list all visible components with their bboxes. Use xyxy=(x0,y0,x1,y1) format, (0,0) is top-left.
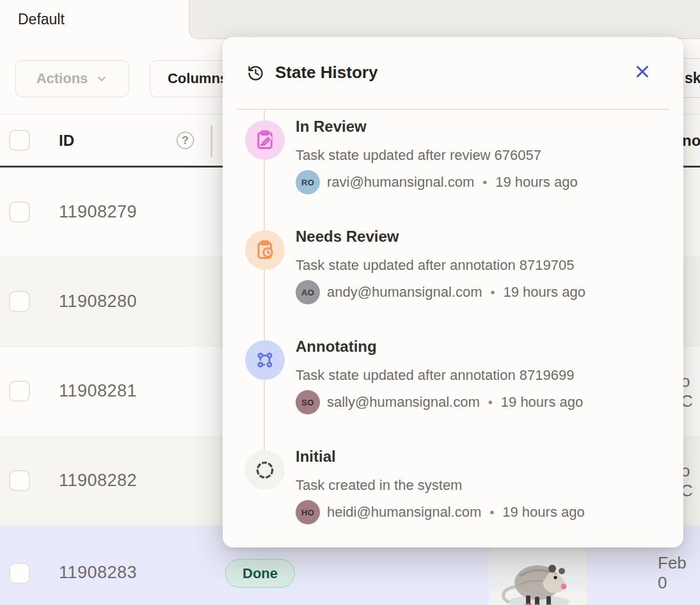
state-title: Initial xyxy=(296,448,336,466)
tab-default[interactable]: Default xyxy=(0,0,189,39)
row-checkbox[interactable] xyxy=(9,563,30,584)
state-title: Annotating xyxy=(296,338,377,356)
help-icon[interactable]: ? xyxy=(177,132,194,149)
select-all-checkbox[interactable] xyxy=(9,130,30,151)
clipboard-edit-icon xyxy=(245,120,285,160)
meta-separator: • xyxy=(488,505,495,520)
tab-default-label: Default xyxy=(18,11,65,28)
status-badge: Done xyxy=(225,559,295,588)
columns-button-label: Columns xyxy=(168,70,228,87)
column-header-fragment: no xyxy=(682,114,700,166)
task-id: 11908282 xyxy=(59,436,137,525)
state-description: Task state updated after annotation 8719… xyxy=(296,367,574,384)
avatar: SO xyxy=(296,390,320,414)
timestamp: 19 hours ago xyxy=(502,504,584,521)
modal-header: State History xyxy=(223,37,683,109)
timeline-entry: Initial Task created in the system HO he… xyxy=(223,450,683,553)
data-manager-screen: Default Actions Columns sk ID ? no 11908… xyxy=(0,0,700,605)
modal-header-divider xyxy=(237,109,669,110)
meta-separator: • xyxy=(489,285,496,300)
row-text-fragment: o C xyxy=(681,347,700,436)
timestamp: 19 hours ago xyxy=(501,394,583,411)
clipboard-clock-icon xyxy=(245,230,285,270)
avatar: HO xyxy=(296,500,320,524)
state-description: Task created in the system xyxy=(296,477,462,494)
user-email: heidi@humansignal.com xyxy=(327,504,481,521)
task-id: 11908280 xyxy=(59,257,137,346)
chevron-down-icon xyxy=(95,72,108,85)
avatar: RO xyxy=(296,170,320,194)
user-email: sally@humansignal.com xyxy=(327,394,480,411)
actions-button[interactable]: Actions xyxy=(15,60,129,97)
opossum-image xyxy=(489,547,587,605)
task-id: 11908281 xyxy=(59,347,137,436)
row-checkbox[interactable] xyxy=(9,381,30,402)
user-email: ravi@humansignal.com xyxy=(327,174,474,191)
state-meta: SO sally@humansignal.com • 19 hours ago xyxy=(296,390,583,414)
row-checkbox[interactable] xyxy=(9,470,30,491)
state-meta: HO heidi@humansignal.com • 19 hours ago xyxy=(296,500,585,524)
bounding-box-icon xyxy=(245,340,285,380)
task-image-thumbnail[interactable] xyxy=(489,547,587,605)
meta-separator: • xyxy=(487,395,494,410)
state-meta: RO ravi@humansignal.com • 19 hours ago xyxy=(296,170,578,194)
actions-button-label: Actions xyxy=(36,70,88,87)
state-history-modal: State History In Review Task state updat… xyxy=(223,37,683,547)
timeline-entry: Needs Review Task state updated after an… xyxy=(223,230,683,333)
modal-title: State History xyxy=(275,63,378,82)
tab-strip-background xyxy=(189,0,700,39)
state-description: Task state updated after annotation 8719… xyxy=(296,257,574,274)
dashed-circle-icon xyxy=(245,450,285,490)
state-title: Needs Review xyxy=(296,228,399,246)
state-description: Task state updated after review 676057 xyxy=(296,147,541,164)
row-checkbox[interactable] xyxy=(9,201,30,223)
state-title: In Review xyxy=(296,118,367,136)
row-text-fragment: o C xyxy=(681,436,700,525)
avatar: AO xyxy=(296,280,320,304)
task-id: 11908283 xyxy=(59,526,137,605)
timeline-entry: Annotating Task state updated after anno… xyxy=(223,340,683,443)
column-header-id[interactable]: ID xyxy=(59,114,74,166)
column-divider[interactable] xyxy=(211,125,212,157)
timeline-entry: In Review Task state updated after revie… xyxy=(223,120,683,223)
row-checkbox[interactable] xyxy=(9,291,30,312)
task-id: 11908279 xyxy=(59,168,137,256)
history-icon xyxy=(247,65,264,82)
timestamp: 19 hours ago xyxy=(503,284,585,301)
close-icon[interactable] xyxy=(631,60,654,83)
user-email: andy@humansignal.com xyxy=(327,284,482,301)
meta-separator: • xyxy=(481,175,488,190)
timestamp: 19 hours ago xyxy=(495,174,577,191)
state-meta: AO andy@humansignal.com • 19 hours ago xyxy=(296,280,585,304)
